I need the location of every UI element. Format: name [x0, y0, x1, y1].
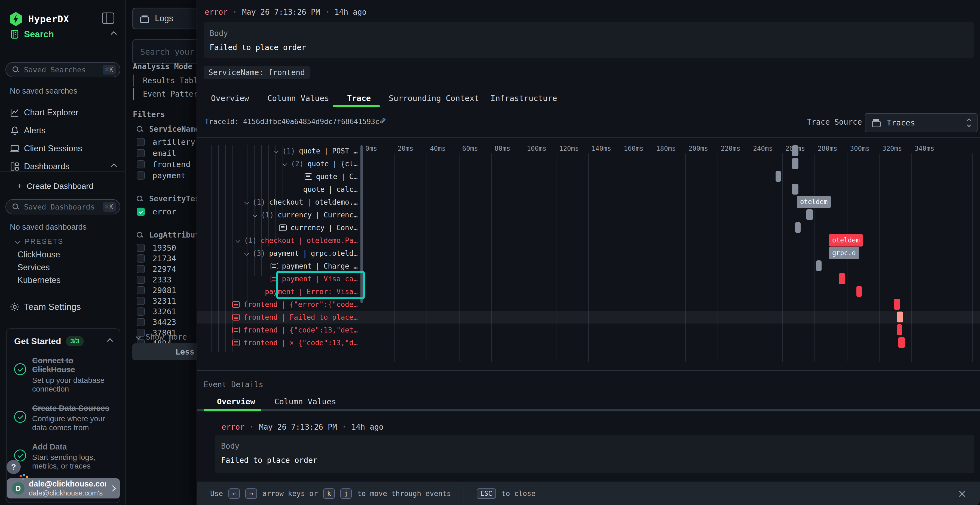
span-bar[interactable] — [816, 260, 822, 271]
service-name-chip[interactable]: ServiceName: frontend — [204, 66, 310, 79]
span-row[interactable]: currency|Conv… — [197, 221, 980, 234]
sidebar-item-alerts[interactable]: Alerts — [0, 124, 126, 138]
span-label[interactable]: payment|Charge … — [197, 260, 360, 272]
event-details-tab-column-values[interactable]: Column Values — [274, 397, 336, 406]
checkbox-checked[interactable] — [137, 208, 145, 216]
span-bar[interactable] — [792, 145, 799, 156]
span-bar[interactable] — [776, 171, 781, 182]
analysis-mode-event-patterns[interactable]: Event Patterns — [133, 87, 207, 100]
tab-surrounding-context[interactable]: Surrounding Context — [389, 94, 479, 103]
help-button[interactable]: ? — [6, 460, 21, 474]
trace-waterfall-chart[interactable]: 0ms20ms40ms60ms80ms100ms120ms140ms160ms1… — [197, 138, 980, 371]
checkbox[interactable] — [137, 172, 145, 179]
span-label[interactable]: frontend|{"code":13,"det… — [197, 324, 360, 336]
saved-searches-input[interactable]: Saved Searches ⌘K — [5, 62, 120, 77]
span-label[interactable]: (1)checkout|oteldemo.… — [197, 195, 360, 208]
span-bar[interactable] — [897, 311, 903, 322]
saved-dashboards-input[interactable]: Saved Dashboards ⌘K — [5, 199, 120, 214]
filter-option-email[interactable]: email — [137, 148, 176, 159]
span-bar[interactable] — [806, 209, 813, 220]
preset-item-clickhouse[interactable]: ClickHouse — [18, 250, 60, 260]
checkbox[interactable] — [137, 265, 145, 273]
span-bar[interactable] — [792, 184, 799, 195]
span-bar[interactable] — [792, 158, 799, 169]
filter-option-33261[interactable]: 33261 — [137, 306, 176, 317]
search-icon[interactable] — [137, 126, 143, 132]
event-details-tab-overview[interactable]: Overview — [217, 397, 255, 406]
filter-option-22974[interactable]: 22974 — [137, 264, 176, 275]
chevron-down-icon[interactable] — [244, 251, 249, 256]
span-row[interactable]: (1)quote|POST … — [197, 145, 980, 157]
user-menu[interactable]: D dale@clickhouse.com dale@clickhouse.co… — [7, 478, 120, 499]
tab-infrastructure[interactable]: Infrastructure — [490, 94, 557, 103]
span-label[interactable]: quote|C… — [197, 170, 360, 183]
span-row[interactable]: (2)quote|{cl… — [197, 157, 980, 170]
span-bar[interactable] — [795, 222, 800, 233]
span-label[interactable]: (1)checkout|oteldemo.Pa… — [197, 234, 360, 247]
close-icon[interactable]: ✕ — [958, 488, 966, 500]
sidebar-item-chart-explorer[interactable]: Chart Explorer — [0, 106, 126, 120]
filter-option-2333[interactable]: 2333 — [137, 274, 172, 285]
checkbox[interactable] — [137, 276, 145, 284]
filter-option-34423[interactable]: 34423 — [137, 317, 176, 327]
logo[interactable]: HyperDX — [9, 12, 69, 26]
span-row[interactable]: quote|C… — [197, 170, 980, 183]
span-row[interactable]: frontend|{"code":13,"det… — [197, 324, 980, 336]
span-bar[interactable] — [839, 273, 845, 284]
tab-column-values[interactable]: Column Values — [267, 94, 329, 103]
filter-option-19350[interactable]: 19350 — [137, 243, 176, 253]
span-bar-badge[interactable]: oteldem — [797, 195, 831, 208]
checkbox[interactable] — [137, 149, 145, 157]
checkbox[interactable] — [137, 160, 145, 168]
span-bar-badge[interactable]: grpc.o — [829, 247, 859, 259]
presets-toggle[interactable]: PRESETS — [16, 237, 64, 246]
show-more-toggle[interactable]: Show more — [137, 332, 187, 341]
span-bar-badge[interactable]: oteldem — [829, 234, 863, 246]
span-label[interactable]: quote|calc… — [197, 183, 360, 195]
span-bar[interactable] — [897, 324, 902, 335]
span-label[interactable]: frontend|{"error":{"code… — [197, 298, 360, 311]
checkbox[interactable] — [137, 254, 145, 262]
checkbox[interactable] — [137, 244, 145, 252]
span-row[interactable]: quote|calc… — [197, 183, 980, 195]
span-row[interactable]: (1)checkout|oteldemo.…oteldem — [197, 195, 980, 208]
sidebar-item-client-sessions[interactable]: Client Sessions — [0, 141, 126, 156]
span-label[interactable]: (1)currency|Currenc… — [197, 208, 360, 221]
filter-option-21734[interactable]: 21734 — [137, 253, 176, 264]
span-bar[interactable] — [856, 286, 862, 297]
preset-item-kubernetes[interactable]: Kubernetes — [18, 275, 61, 285]
filter-option-frontend[interactable]: frontend — [137, 159, 191, 170]
checkbox[interactable] — [137, 318, 145, 326]
chevron-down-icon[interactable] — [244, 200, 249, 204]
span-row[interactable]: frontend|{"error":{"code… — [197, 298, 980, 311]
span-label[interactable]: frontend|Failed to place… — [197, 311, 360, 324]
filter-option-32311[interactable]: 32311 — [137, 295, 176, 306]
filter-option-error[interactable]: error — [137, 206, 176, 217]
span-row[interactable]: (3)payment|grpc.oteld…grpc.o — [197, 247, 980, 260]
span-row[interactable]: frontend|Failed to place… — [197, 311, 980, 324]
checkbox[interactable] — [137, 297, 145, 305]
tab-overview[interactable]: Overview — [211, 94, 249, 103]
chevron-up-icon[interactable] — [107, 338, 113, 345]
tab-trace[interactable]: Trace — [347, 94, 371, 103]
span-label[interactable]: currency|Conv… — [197, 221, 360, 234]
sidebar-item-team-settings[interactable]: Team Settings — [0, 300, 126, 314]
search-icon[interactable] — [137, 195, 143, 202]
span-row[interactable]: (1)currency|Currenc… — [197, 208, 980, 221]
checkbox[interactable] — [137, 286, 145, 294]
span-row[interactable]: (1)checkout|oteldemo.Pa…oteldem — [197, 234, 980, 247]
search-icon[interactable] — [137, 232, 143, 238]
preset-item-services[interactable]: Services — [18, 262, 50, 272]
span-label[interactable]: frontend|× {"code":13,"d… — [197, 336, 360, 349]
span-row[interactable]: frontend|× {"code":13,"d… — [197, 336, 980, 349]
checkbox[interactable] — [137, 308, 145, 316]
chevron-down-icon[interactable] — [236, 238, 240, 243]
filter-option-payment[interactable]: payment — [137, 170, 186, 181]
span-row[interactable]: payment|Charge … — [197, 260, 980, 272]
sidebar-item-search[interactable]: Search — [0, 27, 126, 41]
span-label[interactable]: (2)quote|{cl… — [197, 157, 360, 170]
checkbox[interactable] — [137, 138, 145, 146]
chevron-down-icon[interactable] — [283, 161, 287, 166]
trace-source-select[interactable]: Traces — [865, 113, 978, 132]
span-label[interactable]: (3)payment|grpc.oteld… — [197, 247, 360, 260]
